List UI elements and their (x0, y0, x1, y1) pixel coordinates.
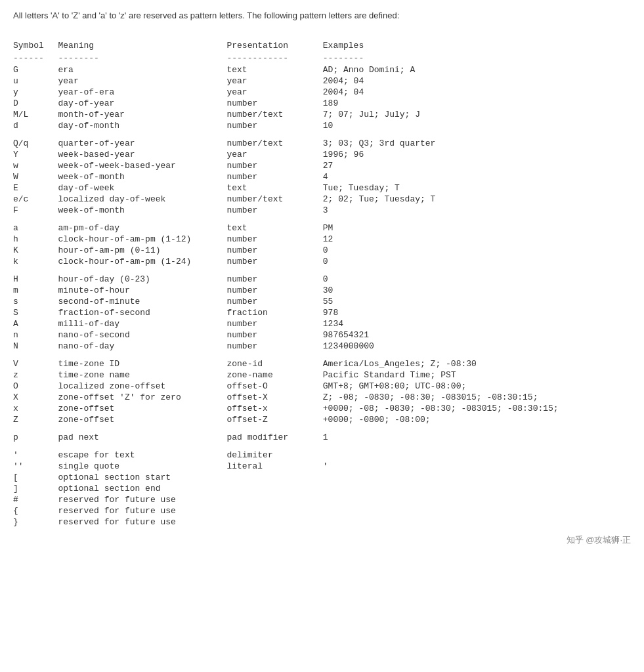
cell-symbol: z (13, 369, 58, 381)
cell-meaning: localized zone-offset (58, 381, 226, 392)
cell-presentation: number (226, 341, 322, 352)
cell-symbol: m (13, 285, 58, 296)
cell-meaning: reserved for future use (58, 516, 226, 528)
table-row (13, 216, 631, 222)
table-row: #reserved for future use (13, 494, 631, 505)
table-row: Vtime-zone IDzone-idAmerica/Los_Angeles;… (13, 358, 631, 369)
table-row (13, 352, 631, 358)
table-row: Olocalized zone-offsetoffset-OGMT+8; GMT… (13, 381, 631, 392)
cell-presentation: year (226, 87, 322, 98)
cell-presentation (226, 472, 322, 483)
cell-examples: 987654321 (323, 329, 631, 341)
table-row: ppad nextpad modifier1 (13, 432, 631, 443)
cell-meaning: optional section start (58, 472, 226, 483)
cell-examples: 4 (323, 171, 631, 182)
cell-examples: GMT+8; GMT+08:00; UTC-08:00; (323, 381, 631, 392)
cell-examples: +0000; -0800; -08:00; (323, 414, 631, 425)
table-row (13, 267, 631, 274)
table-row: e/clocalized day-of-weeknumber/text2; 02… (13, 194, 631, 205)
cell-meaning: hour-of-day (0-23) (58, 274, 226, 285)
cell-examples: 2004; 04 (323, 75, 631, 87)
intro-text: All letters 'A' to 'Z' and 'a' to 'z' ar… (13, 10, 631, 20)
cell-examples: 10 (323, 120, 631, 131)
cell-symbol: e/c (13, 194, 58, 205)
cell-examples: 7; 07; Jul; July; J (323, 109, 631, 120)
cell-examples: 0 (323, 245, 631, 256)
cell-presentation: number (226, 256, 322, 267)
cell-presentation (226, 483, 322, 494)
cell-examples: 3; 03; Q3; 3rd quarter (323, 138, 631, 149)
cell-meaning: era (58, 64, 226, 75)
cell-meaning: clock-hour-of-am-pm (1-24) (58, 256, 226, 267)
cell-symbol: H (13, 274, 58, 285)
cell-meaning: week-of-month (58, 171, 226, 182)
cell-meaning: week-of-week-based-year (58, 160, 226, 171)
cell-symbol: F (13, 205, 58, 216)
header-examples: Examples (323, 39, 631, 52)
cell-symbol: G (13, 64, 58, 75)
cell-symbol: O (13, 381, 58, 392)
cell-examples (323, 494, 631, 505)
table-row: Dday-of-yearnumber189 (13, 98, 631, 109)
table-row: ssecond-of-minutenumber55 (13, 296, 631, 307)
cell-examples (323, 472, 631, 483)
cell-examples: Pacific Standard Time; PST (323, 369, 631, 381)
cell-presentation: number/text (226, 194, 322, 205)
cell-meaning: single quote (58, 461, 226, 472)
table-row: aam-pm-of-daytextPM (13, 222, 631, 234)
cell-examples (323, 505, 631, 516)
cell-presentation: literal (226, 461, 322, 472)
table-row (13, 425, 631, 432)
cell-presentation: number (226, 234, 322, 245)
cell-meaning: week-of-month (58, 205, 226, 216)
cell-symbol: w (13, 160, 58, 171)
cell-symbol: u (13, 75, 58, 87)
cell-presentation: number (226, 329, 322, 341)
cell-meaning: optional section end (58, 483, 226, 494)
cell-meaning: year (58, 75, 226, 87)
cell-meaning: pad next (58, 432, 226, 443)
cell-examples: 189 (323, 98, 631, 109)
cell-meaning: zone-offset (58, 414, 226, 425)
table-row (13, 131, 631, 138)
watermark: 知乎 @攻城狮·正 (13, 534, 631, 546)
cell-examples: 2; 02; Tue; Tuesday; T (323, 194, 631, 205)
cell-presentation: number (226, 120, 322, 131)
cell-presentation: number/text (226, 109, 322, 120)
table-row: Hhour-of-day (0-23)number0 (13, 274, 631, 285)
cell-symbol: p (13, 432, 58, 443)
cell-meaning: quarter-of-year (58, 138, 226, 149)
cell-meaning: second-of-minute (58, 296, 226, 307)
cell-examples: Tue; Tuesday; T (323, 182, 631, 194)
cell-meaning: fraction-of-second (58, 307, 226, 318)
cell-presentation: offset-Z (226, 414, 322, 425)
divider-meaning: -------- (58, 52, 226, 64)
cell-presentation: number (226, 245, 322, 256)
cell-meaning: time-zone ID (58, 358, 226, 369)
table-divider-row: ------ -------- ------------ -------- (13, 52, 631, 64)
cell-symbol: W (13, 171, 58, 182)
cell-examples: 27 (323, 160, 631, 171)
cell-symbol: s (13, 296, 58, 307)
cell-meaning: reserved for future use (58, 505, 226, 516)
cell-presentation: number (226, 274, 322, 285)
cell-presentation (226, 505, 322, 516)
cell-presentation: text (226, 64, 322, 75)
cell-meaning: nano-of-day (58, 341, 226, 352)
table-header-row: Symbol Meaning Presentation Examples (13, 39, 631, 52)
table-row: }reserved for future use (13, 516, 631, 528)
cell-examples: 1 (323, 432, 631, 443)
table-row: ztime-zone namezone-namePacific Standard… (13, 369, 631, 381)
cell-presentation: number (226, 296, 322, 307)
cell-examples: 1234 (323, 318, 631, 329)
cell-meaning: hour-of-am-pm (0-11) (58, 245, 226, 256)
cell-presentation: offset-X (226, 392, 322, 403)
cell-examples: 2004; 04 (323, 87, 631, 98)
table-row: Amilli-of-daynumber1234 (13, 318, 631, 329)
table-row: Eday-of-weektextTue; Tuesday; T (13, 182, 631, 194)
cell-examples: 978 (323, 307, 631, 318)
table-row: Sfraction-of-secondfraction978 (13, 307, 631, 318)
table-row: Xzone-offset 'Z' for zerooffset-XZ; -08;… (13, 392, 631, 403)
cell-symbol: Z (13, 414, 58, 425)
cell-examples: ' (323, 461, 631, 472)
